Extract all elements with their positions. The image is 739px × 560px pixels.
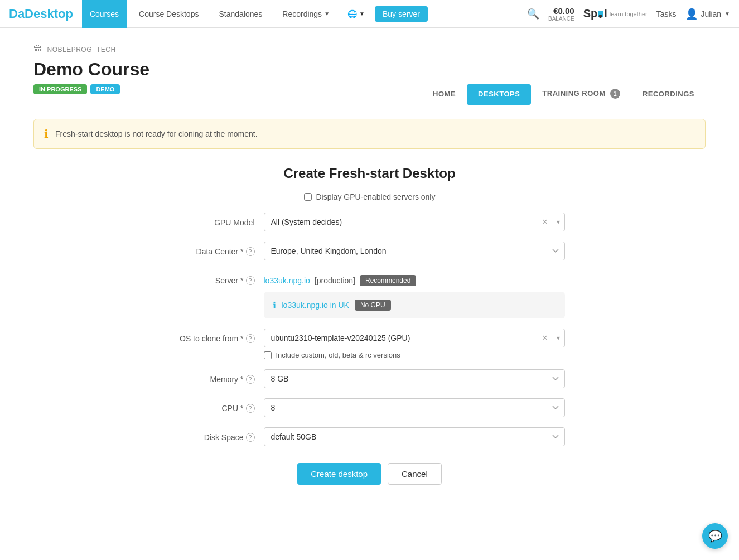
recordings-dropdown-arrow: ▼ (324, 11, 330, 17)
tab-training-room[interactable]: TRAINING ROOM 1 (531, 83, 631, 105)
cpu-help[interactable]: ? (246, 404, 255, 413)
course-badges: IN PROGRESS DEMO (33, 84, 422, 94)
memory-row: Memory * ? 8 GB (175, 369, 565, 388)
nav-right: 🔍 €0.00 BALANCE Sp ● l learn together Ta… (527, 6, 730, 22)
tab-desktops[interactable]: DESKTOPS (467, 84, 531, 105)
server-label: Server * ? (175, 271, 264, 285)
recommended-badge: Recommended (360, 275, 416, 286)
os-clone-arrow[interactable]: ▾ (552, 334, 564, 342)
alert-icon: ℹ (44, 127, 49, 141)
gpu-model-label: GPU Model (175, 213, 264, 227)
os-clone-select-wrapper[interactable]: ubuntu2310-template-v20240125 (GPU) × ▾ (264, 329, 565, 347)
tab-home[interactable]: HOME (422, 84, 467, 105)
user-icon: 👤 (685, 8, 698, 20)
data-center-help[interactable]: ? (246, 247, 255, 256)
no-gpu-badge: No GPU (355, 300, 391, 311)
disk-space-label: Disk Space ? (175, 427, 264, 442)
course-title-section: Demo Course IN PROGRESS DEMO (33, 59, 422, 105)
badge-in-progress: IN PROGRESS (33, 84, 87, 94)
nav-user[interactable]: 👤 Julian ▼ (685, 8, 731, 20)
os-clone-row: OS to clone from * ? ubuntu2310-template… (175, 329, 565, 359)
gpu-model-control: All (System decides) × ▾ (264, 213, 565, 231)
spool-dot1: ● (598, 11, 603, 17)
form-actions: Create desktop Cancel (175, 463, 565, 485)
os-clone-clear[interactable]: × (538, 333, 552, 343)
disk-space-row: Disk Space ? default 50GB (175, 427, 565, 446)
cpu-label: CPU * ? (175, 398, 264, 413)
cpu-select[interactable]: 8 (264, 398, 565, 417)
server-control: lo33uk.npg.io [production] Recommended ℹ… (264, 271, 565, 318)
os-clone-value: ubuntu2310-template-v20240125 (GPU) (264, 329, 538, 347)
data-center-select[interactable]: Europe, United Kingdom, London (264, 242, 565, 260)
cpu-row: CPU * ? 8 (175, 398, 565, 417)
data-center-control: Europe, United Kingdom, London (264, 242, 565, 260)
course-tabs: HOME DESKTOPS TRAINING ROOM 1 RECORDINGS (422, 83, 706, 105)
disk-space-select[interactable]: default 50GB (264, 427, 565, 446)
memory-help[interactable]: ? (246, 375, 255, 384)
server-name: lo33uk.npg.io (264, 276, 310, 285)
gpu-model-value: All (System decides) (264, 213, 538, 231)
course-title: Demo Course (33, 59, 422, 80)
breadcrumb: 🏛 NOBLEPROG TECH (33, 45, 706, 55)
alert-banner: ℹ Fresh-start desktop is not ready for c… (33, 119, 706, 149)
tab-recordings[interactable]: RECORDINGS (631, 84, 706, 105)
gpu-model-clear[interactable]: × (538, 217, 552, 227)
create-desktop-form: Create Fresh-start Desktop Display GPU-e… (175, 166, 565, 485)
server-info-name: lo33uk.npg.io in UK (282, 301, 349, 310)
create-desktop-button[interactable]: Create desktop (297, 463, 381, 485)
server-env: [production] (315, 276, 355, 285)
server-help[interactable]: ? (246, 276, 255, 285)
server-info-icon: ℹ (273, 300, 276, 311)
data-center-row: Data Center * ? Europe, United Kingdom, … (175, 242, 565, 260)
nav-tasks[interactable]: Tasks (656, 9, 677, 18)
cancel-button[interactable]: Cancel (388, 463, 442, 485)
buy-server-button[interactable]: Buy server (375, 6, 428, 22)
os-clone-label: OS to clone from * ? (175, 329, 264, 343)
disk-space-help[interactable]: ? (246, 433, 255, 442)
data-center-label: Data Center * ? (175, 242, 264, 256)
server-value: lo33uk.npg.io [production] Recommended (264, 271, 565, 286)
os-clone-help[interactable]: ? (246, 334, 255, 343)
globe-dropdown-arrow: ▼ (359, 11, 365, 17)
form-title: Create Fresh-start Desktop (175, 166, 565, 181)
server-row: Server * ? lo33uk.npg.io [production] Re… (175, 271, 565, 318)
training-room-badge: 1 (610, 89, 620, 99)
include-custom-row: Include custom, old, beta & rc versions (264, 351, 565, 359)
memory-control: 8 GB (264, 369, 565, 388)
gpu-model-row: GPU Model All (System decides) × ▾ (175, 213, 565, 231)
globe-icon: 🌐 (347, 9, 357, 18)
spool-logo: Sp ● l learn together (583, 7, 648, 20)
nav-courses[interactable]: Courses (82, 0, 127, 28)
nav-standalones[interactable]: Standalones (211, 0, 270, 28)
brand-logo[interactable]: DaDesktop (9, 7, 73, 21)
gpu-model-select-wrapper[interactable]: All (System decides) × ▾ (264, 213, 565, 231)
org-icon: 🏛 (33, 45, 43, 55)
include-custom-checkbox[interactable] (264, 351, 272, 359)
main-content: 🏛 NOBLEPROG TECH Demo Course IN PROGRESS… (0, 28, 739, 518)
nav-recordings[interactable]: Recordings ▼ (274, 0, 337, 28)
gpu-only-checkbox[interactable] (304, 193, 312, 201)
gpu-only-row: Display GPU-enabled servers only (175, 192, 565, 201)
course-header-row: Demo Course IN PROGRESS DEMO HOME DESKTO… (33, 59, 706, 105)
disk-space-control: default 50GB (264, 427, 565, 446)
search-icon[interactable]: 🔍 (527, 8, 539, 20)
navbar: DaDesktop Courses Course Desktops Standa… (0, 0, 739, 28)
nav-course-desktops[interactable]: Course Desktops (131, 0, 206, 28)
badge-demo: DEMO (90, 84, 120, 94)
user-dropdown-arrow: ▼ (724, 11, 730, 17)
memory-select[interactable]: 8 GB (264, 369, 565, 388)
nav-balance: €0.00 BALANCE (548, 6, 574, 22)
nav-globe[interactable]: 🌐 ▼ (342, 9, 370, 18)
cpu-control: 8 (264, 398, 565, 417)
server-info-box: ℹ lo33uk.npg.io in UK No GPU (264, 292, 565, 318)
memory-label: Memory * ? (175, 369, 264, 384)
gpu-model-arrow[interactable]: ▾ (552, 218, 564, 226)
os-clone-control: ubuntu2310-template-v20240125 (GPU) × ▾ … (264, 329, 565, 359)
